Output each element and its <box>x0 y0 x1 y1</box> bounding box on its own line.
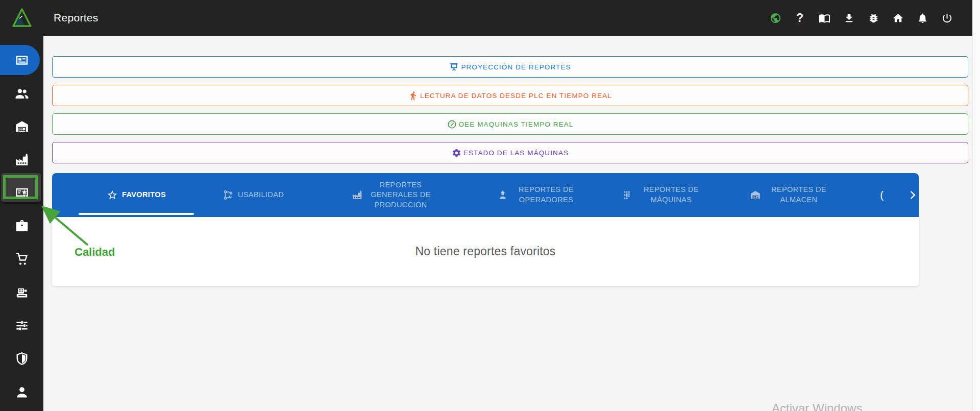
banner-oee-maquinas[interactable]: OEE MAQUINAS TIEMPO REAL <box>52 113 968 135</box>
empty-favorites-message: No tiene reportes favoritos <box>415 245 555 258</box>
sidebar-item-production[interactable] <box>0 143 43 176</box>
tab-label: REPORTES DE ALMACEN <box>765 185 832 205</box>
operator-icon <box>497 189 508 201</box>
tune-sliders-icon <box>14 318 30 333</box>
star-icon <box>107 189 118 201</box>
tab-reportes-almacen[interactable]: REPORTES DE ALMACEN <box>725 173 857 217</box>
reports-icon <box>14 53 30 68</box>
page-title: Reportes <box>54 12 99 24</box>
sidebar-item-warehouse[interactable] <box>0 110 43 143</box>
favorites-panel: No tiene reportes favoritos <box>52 217 919 286</box>
sidebar-item-settings[interactable] <box>0 309 43 342</box>
annotation-highlight-box <box>3 175 38 199</box>
person-icon <box>14 384 30 400</box>
briefcase-icon <box>14 219 30 234</box>
projector-screen-icon <box>449 62 459 72</box>
banner-label: LECTURA DE DATOS DESDE PLC EN TIEMPO REA… <box>420 92 612 100</box>
logo-triangle-icon <box>11 7 33 29</box>
notifications-icon[interactable] <box>916 12 928 24</box>
download-icon[interactable] <box>843 12 855 24</box>
tab-label: REPORTES DE OPERADORES <box>512 185 580 205</box>
page-scrollbar[interactable] <box>972 0 980 411</box>
tabs-scroll-right-button[interactable] <box>906 173 919 217</box>
tab-reportes-operadores[interactable]: REPORTES DE OPERADORES <box>475 173 602 217</box>
banner-label: PROYECCIÓN DE REPORTES <box>461 63 571 71</box>
gauge-icon <box>447 119 457 129</box>
activate-windows-watermark: Activar Windows <box>772 401 862 411</box>
sidebar-item-work[interactable] <box>0 209 43 243</box>
tab-reportes-generales-produccion[interactable]: REPORTES GENERALES DE PRODUCCIÓN <box>311 173 475 217</box>
bug-report-icon[interactable] <box>867 12 879 24</box>
sidebar-item-quality[interactable] <box>0 176 43 209</box>
tab-favoritos[interactable]: FAVORITOS <box>78 173 195 217</box>
tab-label: REPORTES DE MÁQUINAS <box>638 185 705 205</box>
sidebar-item-account[interactable] <box>0 375 43 408</box>
banner-proyeccion-de-reportes[interactable]: PROYECCIÓN DE REPORTES <box>52 56 968 78</box>
banner-label: OEE MAQUINAS TIEMPO REAL <box>459 120 574 128</box>
home-icon[interactable] <box>892 12 904 24</box>
factory-icon <box>352 189 363 201</box>
gear-icon <box>452 148 461 158</box>
docs-book-icon[interactable] <box>818 12 830 24</box>
running-person-icon <box>408 91 418 101</box>
warehouse-icon <box>750 189 761 201</box>
topbar-actions: ? <box>769 12 953 24</box>
tab-label: USABILIDAD <box>238 190 284 200</box>
cart-icon <box>14 252 30 267</box>
tab-reportes-maquinas[interactable]: REPORTES DE MÁQUINAS <box>602 173 725 217</box>
tab-label: FAVORITOS <box>122 190 166 200</box>
annotation-label: Calidad <box>75 246 115 259</box>
cash-register-icon <box>14 285 30 300</box>
sidebar-item-security[interactable] <box>0 342 43 375</box>
topbar: Reportes ? <box>0 0 972 36</box>
tabs-leading-spacer <box>52 173 78 217</box>
main-content: PROYECCIÓN DE REPORTES LECTURA DE DATOS … <box>43 36 972 411</box>
machine-grid-icon <box>622 189 633 201</box>
sidebar-item-reports[interactable] <box>0 43 43 77</box>
users-icon <box>14 86 30 101</box>
report-tabs: FAVORITOS USABILIDAD REPORTES GENER <box>52 173 919 217</box>
banner-estado-maquinas[interactable]: ESTADO DE LAS MÁQUINAS <box>52 142 968 163</box>
help-icon[interactable]: ? <box>794 12 806 24</box>
sidebar-item-sales[interactable] <box>0 243 43 276</box>
shield-icon <box>14 351 30 367</box>
banner-label: ESTADO DE LAS MÁQUINAS <box>463 149 569 157</box>
active-tab-indicator <box>79 213 194 215</box>
tab-label: REPORTES GENERALES DE PRODUCCIÓN <box>367 180 434 210</box>
factory-icon <box>14 152 30 167</box>
tab-usabilidad[interactable]: USABILIDAD <box>195 173 311 217</box>
warehouse-icon <box>14 119 30 134</box>
banner-lectura-plc[interactable]: LECTURA DE DATOS DESDE PLC EN TIEMPO REA… <box>52 85 968 106</box>
sidebar <box>0 36 43 411</box>
chevron-right-icon <box>907 189 918 201</box>
globe-icon[interactable] <box>769 12 781 24</box>
power-icon[interactable] <box>941 12 953 24</box>
tab-clipped-next[interactable]: ( <box>857 173 906 217</box>
sidebar-item-users[interactable] <box>0 77 43 110</box>
app-logo[interactable] <box>0 7 43 29</box>
sidebar-item-cash-register[interactable] <box>0 276 43 309</box>
usability-flow-icon <box>223 189 234 201</box>
